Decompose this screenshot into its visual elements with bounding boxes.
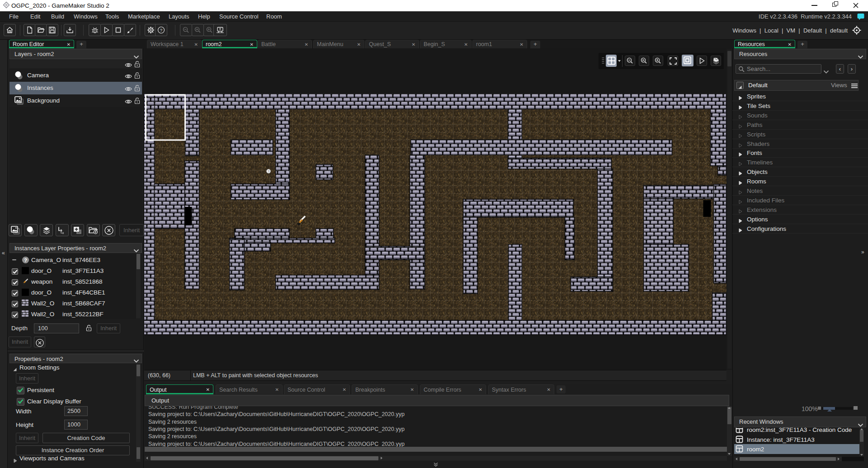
svg-text:?: ? xyxy=(160,28,162,33)
svg-text:?: ? xyxy=(24,257,27,263)
svg-text:?: ? xyxy=(267,169,269,173)
